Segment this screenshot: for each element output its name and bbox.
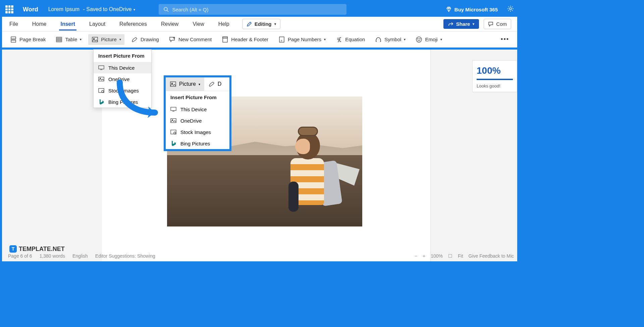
picture-option-bing-pictures[interactable]: Bing Pictures xyxy=(94,96,151,108)
option-label: This Device xyxy=(180,107,207,112)
more-options-button[interactable]: ••• xyxy=(497,36,513,43)
picture-label: Picture xyxy=(101,37,117,42)
titlebar: Word Lorem Ipsum - Saved to OneDrive▾ Se… xyxy=(2,2,517,17)
chevron-down-icon: ▾ xyxy=(440,38,442,41)
svg-rect-3 xyxy=(11,37,16,39)
tab-home[interactable]: Home xyxy=(31,18,48,30)
drawing-button[interactable]: Drawing xyxy=(128,34,162,45)
option-label: OneDrive xyxy=(180,118,202,124)
page-numbers-label: Page Numbers xyxy=(288,37,321,42)
device-icon xyxy=(98,65,104,71)
status-language[interactable]: English xyxy=(72,253,88,259)
buy-microsoft-365-button[interactable]: Buy Microsoft 365 xyxy=(446,6,498,12)
option-label: OneDrive xyxy=(108,76,129,82)
tab-layout[interactable]: Layout xyxy=(88,18,107,30)
svg-rect-29 xyxy=(170,82,176,86)
svg-rect-6 xyxy=(56,37,62,42)
chevron-down-icon: ▾ xyxy=(473,22,474,26)
page-numbers-button[interactable]: #Page Numbers▾ xyxy=(275,34,329,45)
chevron-down-icon: ▾ xyxy=(199,82,200,86)
search-input[interactable]: Search (Alt + Q) xyxy=(159,4,346,15)
status-word-count[interactable]: 1,380 words xyxy=(40,253,65,259)
status-zoom[interactable]: 100% xyxy=(431,253,443,259)
picture-icon xyxy=(92,36,98,43)
page-break-icon xyxy=(10,36,17,43)
svg-rect-4 xyxy=(11,40,16,42)
equation-icon xyxy=(336,36,342,43)
status-suggestions[interactable]: Editor Suggestions: Showing xyxy=(95,253,155,259)
editor-message: Looks good! xyxy=(477,83,513,88)
document-title[interactable]: Lorem Ipsum xyxy=(48,6,79,12)
status-bar: Page 6 of 6 1,380 words English Editor S… xyxy=(8,253,514,259)
picture-option-this-device[interactable]: This Device xyxy=(94,62,151,73)
onedrive-icon xyxy=(98,76,104,82)
tab-review[interactable]: Review xyxy=(160,18,180,30)
status-fit[interactable]: Fit xyxy=(458,253,463,259)
share-button[interactable]: Share▾ xyxy=(443,19,479,29)
diamond-icon xyxy=(446,6,452,12)
buy-label: Buy Microsoft 365 xyxy=(454,7,498,12)
new-comment-button[interactable]: New Comment xyxy=(166,34,215,45)
status-feedback[interactable]: Give Feedback to Mic xyxy=(469,253,514,259)
share-icon xyxy=(448,21,453,27)
svg-rect-22 xyxy=(99,66,104,69)
chevron-down-icon: ▾ xyxy=(324,38,326,41)
stock-images-icon xyxy=(170,129,176,135)
fit-checkbox[interactable]: ☐ xyxy=(448,253,452,259)
chevron-down-icon: ▾ xyxy=(274,22,276,26)
app-launcher-icon[interactable] xyxy=(5,5,13,13)
zoom-out-button[interactable]: − xyxy=(415,253,417,259)
new-comment-label: New Comment xyxy=(178,37,212,42)
watermark-label: TEMPLATE.NET xyxy=(19,246,65,253)
callout-drawing-button[interactable]: D xyxy=(204,77,226,91)
header-footer-button[interactable]: Header & Footer xyxy=(218,34,272,45)
picture-option-onedrive[interactable]: OneDrive xyxy=(166,115,229,126)
bing-icon xyxy=(98,99,104,105)
option-label: Stock Images xyxy=(180,129,211,135)
emoji-icon xyxy=(416,36,422,43)
table-button[interactable]: Table▾ xyxy=(52,34,85,45)
picture-dropdown: Insert Picture From This Device OneDrive… xyxy=(93,49,152,108)
tab-references[interactable]: References xyxy=(118,18,148,30)
comments-button[interactable]: Com xyxy=(484,19,511,29)
page-break-button[interactable]: Page Break xyxy=(7,34,49,45)
editor-panel[interactable]: 100% Looks good! xyxy=(472,60,517,92)
svg-point-0 xyxy=(164,7,167,11)
settings-icon[interactable] xyxy=(507,5,514,13)
symbol-button[interactable]: Symbol▾ xyxy=(372,34,409,45)
page-numbers-icon: # xyxy=(278,36,285,43)
picture-option-stock-images[interactable]: Stock Images xyxy=(94,85,151,96)
svg-rect-31 xyxy=(171,107,176,111)
picture-icon xyxy=(170,81,176,87)
svg-rect-33 xyxy=(171,119,176,123)
equation-button[interactable]: Equation xyxy=(332,34,368,45)
app-name: Word xyxy=(23,6,38,13)
tab-file[interactable]: File xyxy=(8,18,19,30)
save-status[interactable]: Saved to OneDrive▾ xyxy=(86,6,135,12)
picture-option-this-device[interactable]: This Device xyxy=(166,104,229,115)
picture-option-stock-images[interactable]: Stock Images xyxy=(166,126,229,138)
tab-view[interactable]: View xyxy=(191,18,205,30)
watermark: TTEMPLATE.NET xyxy=(9,245,65,253)
editor-score: 100% xyxy=(477,65,513,76)
svg-text:#: # xyxy=(281,39,282,42)
search-icon xyxy=(163,7,169,12)
table-icon xyxy=(56,36,62,43)
equation-label: Equation xyxy=(345,37,365,42)
callout-picture-button[interactable]: Picture▾ xyxy=(166,77,204,91)
template-logo-icon: T xyxy=(9,245,17,253)
editing-mode-button[interactable]: Editing ▾ xyxy=(242,19,280,29)
tab-help[interactable]: Help xyxy=(217,18,231,30)
picture-option-bing-pictures[interactable]: Bing Pictures xyxy=(166,138,229,149)
tab-insert[interactable]: Insert xyxy=(59,18,76,30)
picture-button[interactable]: Picture▾ xyxy=(88,34,124,45)
share-label: Share xyxy=(456,21,470,27)
zoom-in-button[interactable]: + xyxy=(423,253,425,259)
bing-icon xyxy=(170,140,176,146)
picture-option-onedrive[interactable]: OneDrive xyxy=(94,73,151,85)
search-placeholder: Search (Alt + Q) xyxy=(172,7,208,12)
stock-images-icon xyxy=(98,87,104,93)
status-page[interactable]: Page 6 of 6 xyxy=(8,253,32,259)
option-label: Bing Pictures xyxy=(180,141,210,146)
emoji-button[interactable]: Emoji▾ xyxy=(412,34,445,45)
